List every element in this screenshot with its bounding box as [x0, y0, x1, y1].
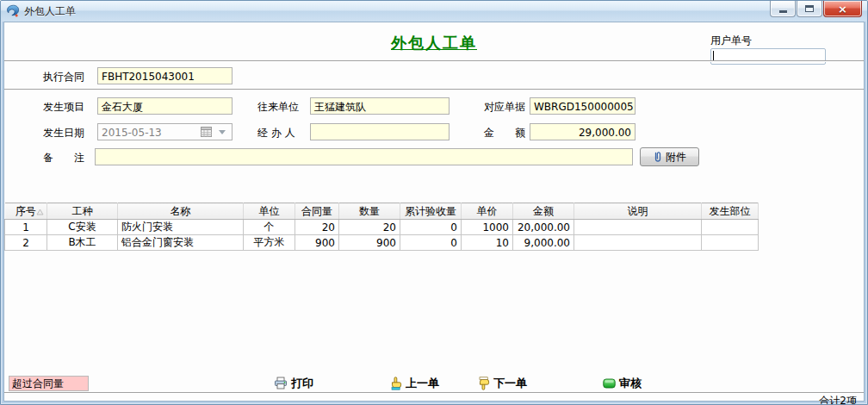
- calendar-icon[interactable]: [199, 126, 213, 138]
- separator: [4, 392, 864, 394]
- hand-down-icon: [477, 377, 490, 390]
- table-cell[interactable]: 0: [400, 235, 462, 251]
- column-header-9[interactable]: 金额: [513, 203, 574, 220]
- previous-order-label: 上一单: [406, 376, 439, 391]
- table-row-filler: [759, 220, 864, 235]
- audit-button[interactable]: 审核: [603, 374, 642, 393]
- column-header-8[interactable]: 单价: [462, 203, 513, 220]
- column-header-7[interactable]: 累计验收量: [400, 203, 462, 220]
- table-cell[interactable]: 9,000.00: [513, 235, 574, 251]
- table-cell[interactable]: B木工: [47, 235, 118, 251]
- table-cell[interactable]: 2: [5, 235, 47, 251]
- grid-header-filler: [759, 203, 864, 220]
- amount-label: 金 额: [484, 126, 525, 140]
- table-cell[interactable]: C安装: [47, 220, 118, 235]
- column-header-10[interactable]: 说明: [574, 203, 702, 220]
- grid-header-row: 序号工种名称单位合同量数量累计验收量单价金额说明发生部位: [5, 203, 864, 220]
- print-label: 打印: [291, 376, 313, 391]
- remark-field[interactable]: [95, 148, 633, 165]
- maximize-button[interactable]: [797, 1, 822, 17]
- table-cell[interactable]: 900: [339, 235, 400, 251]
- window-controls: ×: [769, 1, 862, 17]
- client-area: 外包人工单 用户单号 执行合同 FBHT2015043001 发生项目 金石大厦…: [3, 22, 865, 402]
- counterparty-field[interactable]: 王猛建筑队: [310, 97, 450, 115]
- project-field[interactable]: 金石大厦: [97, 97, 232, 115]
- minimize-button[interactable]: [770, 1, 796, 17]
- column-header-1[interactable]: 序号: [5, 203, 47, 220]
- total-count: 合计2项: [819, 394, 857, 405]
- previous-order-button[interactable]: 上一单: [389, 374, 439, 393]
- next-order-button[interactable]: 下一单: [477, 374, 527, 393]
- table-cell[interactable]: [702, 235, 759, 251]
- close-button[interactable]: ×: [823, 1, 862, 17]
- audit-label: 审核: [619, 376, 642, 391]
- app-icon: [6, 4, 20, 18]
- table-row[interactable]: 2B木工铝合金门窗安装平方米9009000109,000.00: [5, 235, 864, 251]
- printer-icon: [274, 377, 288, 390]
- attachment-label: 附件: [666, 150, 686, 165]
- column-header-6[interactable]: 数量: [339, 203, 400, 220]
- table-cell[interactable]: 20: [295, 220, 339, 235]
- minimize-icon: [779, 10, 787, 13]
- separator: [4, 60, 864, 62]
- amount-field[interactable]: 29,000.00: [530, 123, 636, 140]
- contract-label: 执行合同: [43, 70, 84, 84]
- date-dropdown-arrow[interactable]: [216, 126, 228, 138]
- counterparty-label: 往来单位: [257, 100, 299, 114]
- warning-badge: 超过合同量: [9, 376, 89, 391]
- table-row[interactable]: 1C安装防火门安装个20200100020,000.00: [5, 220, 864, 235]
- table-cell[interactable]: 900: [295, 235, 339, 251]
- column-header-3[interactable]: 名称: [118, 203, 244, 220]
- doc-label: 对应单据: [484, 100, 525, 114]
- table-cell[interactable]: [574, 235, 702, 251]
- next-order-label: 下一单: [493, 376, 527, 391]
- table-cell[interactable]: 20: [339, 220, 400, 235]
- project-label: 发生项目: [43, 100, 84, 114]
- column-header-11[interactable]: 发生部位: [702, 203, 759, 220]
- items-grid: 序号工种名称单位合同量数量累计验收量单价金额说明发生部位 1C安装防火门安装个2…: [4, 202, 864, 251]
- attachment-button[interactable]: 附件: [640, 147, 699, 166]
- app-window: 外包人工单 × 外包人工单 用户单号 执行合同 FBHT2015043001 发…: [0, 0, 868, 405]
- date-label: 发生日期: [43, 126, 84, 140]
- table-cell[interactable]: 铝合金门窗安装: [118, 235, 244, 251]
- remark-label: 备 注: [43, 151, 84, 165]
- audit-green-icon: [603, 378, 616, 389]
- column-header-2[interactable]: 工种: [47, 203, 118, 220]
- separator: [4, 89, 864, 90]
- handler-field[interactable]: [310, 123, 450, 140]
- hand-up-icon: [389, 377, 402, 390]
- paperclip-icon: [653, 151, 663, 163]
- table-cell[interactable]: 个: [244, 220, 295, 235]
- date-field[interactable]: 2015-05-13: [97, 123, 232, 140]
- user-no-label: 用户单号: [710, 34, 752, 47]
- table-cell[interactable]: 10: [462, 235, 513, 251]
- sort-ascending-icon: [36, 209, 44, 215]
- table-cell[interactable]: [702, 220, 759, 235]
- table-cell[interactable]: 0: [400, 220, 462, 235]
- user-no-input[interactable]: [710, 48, 826, 65]
- table-cell[interactable]: [574, 220, 702, 235]
- column-header-5[interactable]: 合同量: [295, 203, 339, 220]
- titlebar: 外包人工单 ×: [1, 1, 867, 22]
- table-cell[interactable]: 1: [5, 220, 47, 235]
- table-cell[interactable]: 平方米: [244, 235, 295, 251]
- handler-label: 经 办 人: [257, 126, 295, 140]
- doc-field[interactable]: WBRGD150000005: [530, 97, 636, 115]
- maximize-icon: [805, 5, 814, 12]
- window-title: 外包人工单: [24, 4, 76, 19]
- contract-field[interactable]: FBHT2015043001: [97, 67, 232, 84]
- table-cell[interactable]: 1000: [462, 220, 513, 235]
- close-icon: ×: [838, 3, 847, 16]
- print-button[interactable]: 打印: [274, 374, 313, 393]
- table-cell[interactable]: 20,000.00: [513, 220, 574, 235]
- table-row-filler: [759, 235, 864, 251]
- column-header-4[interactable]: 单位: [244, 203, 295, 220]
- table-cell[interactable]: 防火门安装: [118, 220, 244, 235]
